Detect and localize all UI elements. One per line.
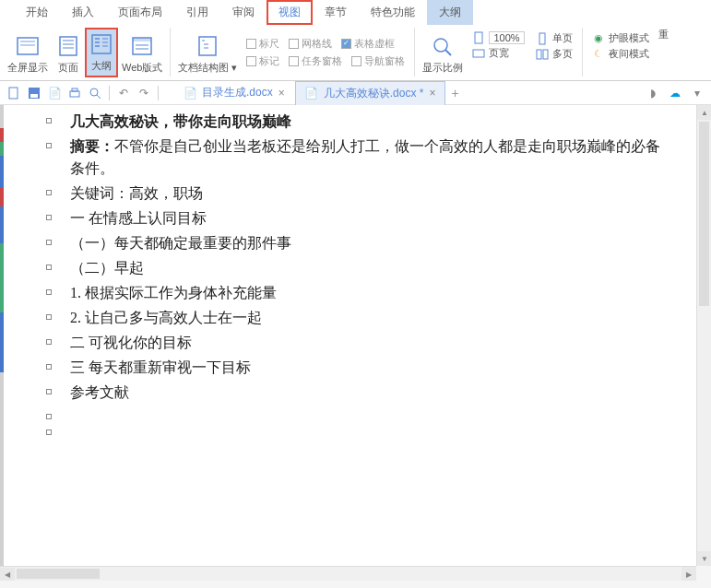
page-view-button[interactable]: 页面 — [52, 28, 85, 77]
outline-item[interactable]: 参考文献 — [46, 382, 693, 404]
checkbox-checked-icon — [341, 39, 351, 49]
outline-item[interactable]: （二）早起 — [46, 257, 693, 279]
pdf-icon[interactable]: 📄 — [46, 85, 63, 101]
checkbox-icon — [246, 56, 256, 66]
outline-text: 关键词：高效，职场 — [70, 182, 203, 205]
outline-item[interactable]: 2. 让自己多与高效人士在一起 — [46, 307, 693, 329]
check-ruler[interactable]: 标尺 — [246, 37, 279, 51]
new-doc-icon[interactable] — [6, 85, 22, 101]
outline-item[interactable] — [46, 422, 693, 435]
web-layout-button[interactable]: Web版式 — [118, 28, 166, 77]
fullscreen-label: 全屏显示 — [7, 61, 48, 75]
svg-point-34 — [90, 88, 98, 96]
scroll-thumb[interactable] — [699, 122, 709, 306]
outline-item[interactable]: （一）每天都确定最重要的那件事 — [46, 232, 693, 254]
outline-item[interactable] — [46, 406, 693, 419]
outline-item[interactable]: 二 可视化你的目标 — [46, 332, 693, 354]
word-doc-icon: 📄 — [184, 87, 196, 100]
check-marks[interactable]: 标记 — [246, 54, 279, 68]
tab-close-icon[interactable]: × — [429, 87, 435, 100]
svg-rect-3 — [60, 37, 77, 55]
outline-text: 几大高效秘诀，带你走向职场巅峰 — [70, 111, 291, 133]
outline-text: 一 在情感上认同目标 — [70, 207, 207, 229]
more-label[interactable]: 重 — [655, 28, 672, 41]
new-tab-button[interactable]: + — [445, 86, 464, 100]
outline-item[interactable]: 一 在情感上认同目标 — [46, 207, 693, 229]
doc-tab-2[interactable]: 📄 几大高效秘诀.docx * × — [295, 81, 446, 105]
check-table-frame[interactable]: 表格虚框 — [341, 37, 395, 51]
checkbox-icon — [289, 39, 299, 49]
undo-icon[interactable]: ↶ — [115, 85, 132, 101]
svg-rect-33 — [72, 88, 77, 91]
divider — [158, 86, 159, 100]
menu-bar: 开始 插入 页面布局 引用 审阅 视图 章节 特色功能 大纲 — [0, 0, 711, 24]
svg-rect-28 — [543, 50, 548, 59]
bullet-icon — [46, 118, 52, 123]
menu-features[interactable]: 特色功能 — [359, 0, 427, 25]
menu-page-layout[interactable]: 页面布局 — [106, 0, 174, 25]
outline-list: 几大高效秘诀，带你走向职场巅峰摘要：不管你是自己创业当老板还是给别人打工，做一个… — [28, 111, 693, 435]
outline-item[interactable]: 摘要：不管你是自己创业当老板还是给别人打工，做一个高效的人都是走向职场巅峰的必备… — [46, 135, 693, 180]
word-doc-icon: 📄 — [305, 87, 318, 100]
doc-tab-1[interactable]: 📄 目录生成.docx × — [173, 80, 295, 105]
eye-mode[interactable]: ◉ 护眼模式 — [592, 31, 649, 45]
menu-chapter[interactable]: 章节 — [313, 0, 359, 25]
save-icon[interactable] — [26, 85, 42, 101]
vertical-scrollbar[interactable]: ▲ ▼ — [696, 105, 711, 566]
multi-page-icon — [536, 48, 549, 61]
menu-outline[interactable]: 大纲 — [427, 0, 473, 25]
checkbox-icon — [246, 39, 256, 49]
menu-review[interactable]: 审阅 — [220, 0, 267, 25]
ribbon-group-views: 全屏显示 页面 大纲 Web版式 — [0, 28, 171, 76]
menu-references[interactable]: 引用 — [174, 0, 220, 25]
print-preview-icon[interactable] — [87, 85, 103, 101]
page-width[interactable]: 页宽 — [472, 46, 524, 60]
scroll-down-button[interactable]: ▼ — [697, 551, 711, 566]
scroll-right-button[interactable]: ▶ — [681, 567, 696, 582]
bullet-icon — [46, 389, 52, 394]
single-page-icon — [536, 32, 549, 45]
svg-point-22 — [434, 39, 447, 52]
check-task-pane[interactable]: 任务窗格 — [289, 54, 342, 68]
horizontal-scrollbar[interactable]: ◀ ▶ — [0, 566, 696, 581]
tab-close-icon[interactable]: × — [278, 87, 285, 100]
status-bar — [0, 581, 711, 588]
cloud-icon[interactable]: ☁ — [667, 85, 683, 101]
doc-structure-label: 文档结构图 ▾ — [178, 61, 237, 75]
web-layout-label: Web版式 — [122, 61, 162, 75]
fullscreen-button[interactable]: 全屏显示 — [4, 28, 52, 77]
scroll-thumb[interactable] — [17, 569, 100, 579]
night-mode[interactable]: ☾ 夜间模式 — [592, 47, 649, 61]
print-icon[interactable] — [66, 85, 83, 101]
tab-label: 目录生成.docx — [202, 85, 273, 100]
menu-start[interactable]: 开始 — [14, 0, 60, 25]
check-gridlines[interactable]: 网格线 — [289, 37, 332, 51]
menu-insert[interactable]: 插入 — [60, 0, 106, 25]
check-nav-pane[interactable]: 导航窗格 — [351, 54, 405, 68]
outline-item[interactable]: 关键词：高效，职场 — [46, 182, 693, 205]
cloud-sync-icon[interactable]: ◗ — [645, 85, 661, 101]
menu-view[interactable]: 视图 — [267, 0, 313, 25]
moon-icon: ☾ — [592, 48, 605, 61]
outline-text: 摘要：不管你是自己创业当老板还是给别人打工，做一个高效的人都是走向职场巅峰的必备… — [70, 135, 660, 180]
redo-icon[interactable]: ↷ — [136, 85, 152, 101]
outline-text: （二）早起 — [70, 257, 144, 279]
single-page[interactable]: 单页 — [536, 31, 573, 45]
svg-rect-7 — [92, 35, 111, 53]
outline-item[interactable]: 几大高效秘诀，带你走向职场巅峰 — [46, 111, 693, 133]
page-view-label: 页面 — [58, 61, 78, 75]
outline-item[interactable]: 1. 根据实际工作为身体补充能量 — [46, 282, 693, 304]
doc-structure-button[interactable]: 文档结构图 ▾ — [174, 28, 241, 77]
page-mini-icon — [472, 31, 485, 44]
outline-view-button[interactable]: 大纲 — [85, 28, 118, 77]
zoom-100[interactable]: 100% — [472, 31, 524, 44]
outline-text: 2. 让自己多与高效人士在一起 — [70, 307, 262, 329]
outline-view-label: 大纲 — [91, 59, 112, 73]
outline-item[interactable]: 三 每天都重新审视一下目标 — [46, 357, 693, 379]
dropdown-icon[interactable]: ▾ — [689, 85, 705, 101]
page-options: 单页 多页 — [530, 28, 578, 65]
zoom-button[interactable]: 显示比例 — [419, 28, 467, 77]
multi-page[interactable]: 多页 — [536, 47, 573, 61]
scroll-up-button[interactable]: ▲ — [697, 105, 711, 120]
quick-toolbar: 📄 ↶ ↷ 📄 目录生成.docx × 📄 几大高效秘诀.docx * × + … — [0, 81, 711, 105]
